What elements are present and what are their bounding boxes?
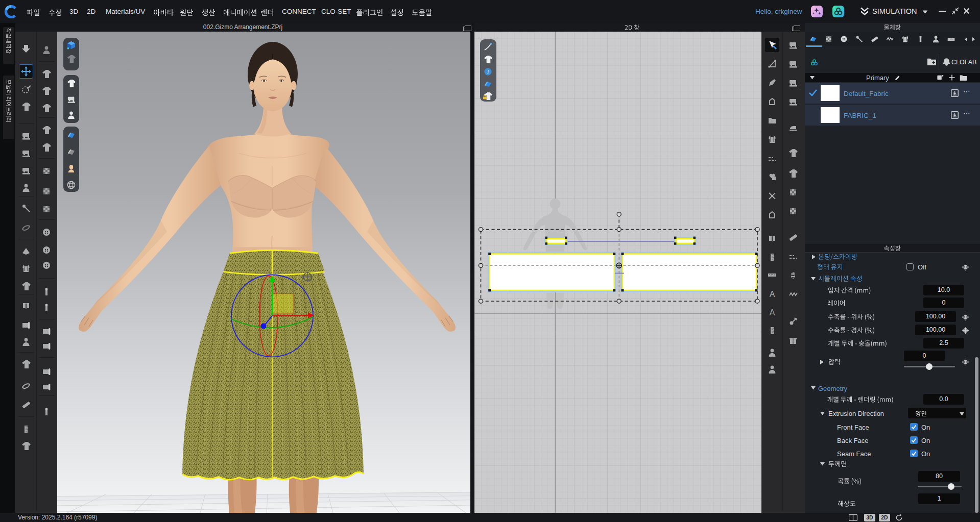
svg-text:A: A [770, 308, 775, 317]
svg-text:A: A [770, 290, 775, 299]
svg-text:i: i [487, 69, 489, 75]
